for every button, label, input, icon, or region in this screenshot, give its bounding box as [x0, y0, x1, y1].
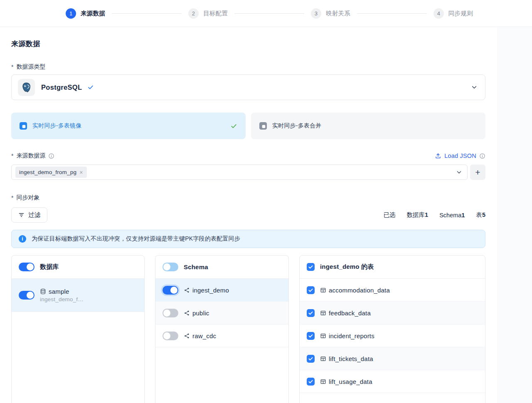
step-connector: [234, 13, 304, 14]
step-number: 4: [433, 8, 444, 19]
info-icon[interactable]: [479, 153, 485, 159]
schema-column-title: Schema: [184, 263, 208, 270]
sync-objects-label: * 同步对象: [11, 194, 485, 202]
table-row-feedback-data[interactable]: feedback_data: [300, 302, 485, 324]
datasource-type-select[interactable]: PostgreSQL: [11, 74, 485, 100]
database-column: 数据库 sample ingest_demo_f…: [11, 255, 145, 403]
table-icon: [320, 287, 326, 293]
pk-notice-banner: i 为保证目标端数据写入不出现冲突，仅支持对源端是带主键PK字段的表配置同步: [11, 230, 485, 248]
load-json-label: Load JSON: [444, 152, 476, 159]
tag-remove-icon[interactable]: ×: [79, 169, 83, 176]
database-count: 数据库1: [407, 211, 429, 219]
schema-column: Schema ingest_demo public: [155, 255, 289, 403]
right-gutter: [497, 27, 532, 403]
add-connection-button[interactable]: +: [470, 165, 485, 180]
sync-mode-cards: 实时同步-多表镜像 实时同步-多表合并: [11, 113, 485, 139]
schema-header-toggle[interactable]: [163, 263, 178, 271]
table-checkbox[interactable]: [307, 355, 315, 363]
source-connection-label: * 来源数据源: [11, 152, 54, 160]
table-count: 表5: [476, 211, 485, 219]
step-number: 3: [311, 8, 321, 19]
table-column-title: ingest_demo 的表: [320, 263, 374, 271]
filter-button[interactable]: 过滤: [11, 207, 47, 223]
table-checkbox[interactable]: [307, 309, 315, 317]
source-data-panel: 来源数据 * 数据源类型 PostgreSQL 实时同步-多表镜像: [0, 27, 497, 403]
schema-icon: [184, 310, 190, 316]
upload-icon: [435, 152, 441, 159]
table-name: incident_reports: [329, 332, 374, 339]
database-column-header: 数据库: [12, 256, 144, 279]
schema-column-header: Schema: [155, 256, 288, 279]
filter-row: 过滤 已选 数据库1 Schema1 表5: [11, 207, 485, 223]
schema-toggle[interactable]: [163, 309, 178, 317]
schema-toggle[interactable]: [163, 286, 178, 295]
info-icon[interactable]: [48, 153, 54, 159]
step-source-data[interactable]: 1 来源数据: [66, 8, 105, 19]
table-header-checkbox[interactable]: [307, 263, 315, 271]
table-icon: [320, 356, 326, 362]
table-row-accommodation-data[interactable]: accommodation_data: [300, 279, 485, 302]
database-header-toggle[interactable]: [19, 263, 34, 271]
table-column-header: ingest_demo 的表: [300, 256, 485, 279]
page-title: 来源数据: [11, 39, 485, 49]
source-connection-label-row: * 来源数据源 Load JSON: [11, 152, 485, 160]
table-checkbox[interactable]: [307, 332, 315, 340]
table-name: lift_tickets_data: [329, 355, 373, 362]
table-mirror-icon: [20, 122, 27, 130]
wizard-stepper: 1 来源数据 2 目标配置 3 映射关系 4 同步规则: [0, 0, 532, 27]
sync-mode-label: 实时同步-多表合并: [272, 122, 321, 130]
selection-summary: 已选 数据库1 Schema1 表5: [384, 211, 485, 219]
database-toggle[interactable]: [19, 291, 34, 300]
selection-columns: 数据库 sample ingest_demo_f… S: [11, 255, 485, 403]
schema-name: ingest_demo: [192, 287, 229, 294]
connection-tag: ingest_demo_from_pg ×: [15, 167, 87, 178]
table-row-lift-usage-data[interactable]: lift_usage_data: [300, 370, 485, 393]
step-mapping[interactable]: 3 映射关系: [311, 8, 350, 19]
schema-icon: [184, 287, 190, 293]
database-icon: [40, 288, 46, 295]
sync-mode-mirror-card[interactable]: 实时同步-多表镜像: [11, 113, 246, 139]
step-target-config[interactable]: 2 目标配置: [188, 8, 228, 19]
table-row-lift-tickets-data[interactable]: lift_tickets_data: [300, 347, 485, 370]
schema-row-public[interactable]: public: [155, 302, 288, 324]
chevron-down-icon: [456, 169, 462, 175]
schema-row-ingest-demo[interactable]: ingest_demo: [155, 279, 288, 302]
filter-icon: [18, 212, 25, 218]
postgresql-logo-icon: [18, 79, 35, 96]
table-name: accommodation_data: [329, 287, 390, 294]
table-name: lift_usage_data: [329, 378, 372, 385]
selected-label: 已选: [384, 211, 396, 219]
database-connection-name: ingest_demo_f…: [40, 296, 84, 302]
database-row-sample[interactable]: sample ingest_demo_f…: [12, 279, 144, 312]
load-json-button[interactable]: Load JSON: [435, 152, 485, 159]
pk-notice-text: 为保证目标端数据写入不出现冲突，仅支持对源端是带主键PK字段的表配置同步: [32, 235, 240, 243]
sync-mode-label: 实时同步-多表镜像: [32, 122, 81, 130]
table-checkbox[interactable]: [307, 286, 315, 294]
table-row-incident-reports[interactable]: incident_reports: [300, 324, 485, 347]
step-number: 1: [66, 8, 76, 19]
required-asterisk: *: [11, 194, 13, 201]
connection-tag-label: ingest_demo_from_pg: [19, 169, 76, 175]
table-name: feedback_data: [329, 310, 371, 317]
schema-name: raw_cdc: [192, 332, 216, 339]
step-sync-rules[interactable]: 4 同步规则: [433, 8, 473, 19]
table-checkbox[interactable]: [307, 378, 315, 386]
blue-check-icon: [87, 84, 94, 91]
step-label: 同步规则: [448, 10, 473, 17]
step-connector: [357, 13, 427, 14]
sync-mode-merge-card[interactable]: 实时同步-多表合并: [251, 113, 485, 139]
datasource-type-label-text: 数据源类型: [16, 63, 45, 71]
info-filled-icon: i: [19, 235, 26, 243]
source-connection-label-text: 来源数据源: [16, 152, 45, 160]
chevron-down-icon: [471, 84, 478, 91]
source-connection-select[interactable]: ingest_demo_from_pg ×: [11, 165, 468, 180]
schema-toggle[interactable]: [163, 332, 178, 340]
step-label: 映射关系: [326, 10, 350, 17]
step-label: 来源数据: [81, 10, 105, 17]
table-column: ingest_demo 的表 accommodation_data: [299, 255, 485, 403]
source-connection-row: ingest_demo_from_pg × +: [11, 165, 485, 180]
step-number: 2: [188, 8, 199, 19]
datasource-type-label: * 数据源类型: [11, 63, 485, 71]
green-check-icon: [230, 123, 237, 130]
schema-row-raw-cdc[interactable]: raw_cdc: [155, 324, 288, 347]
